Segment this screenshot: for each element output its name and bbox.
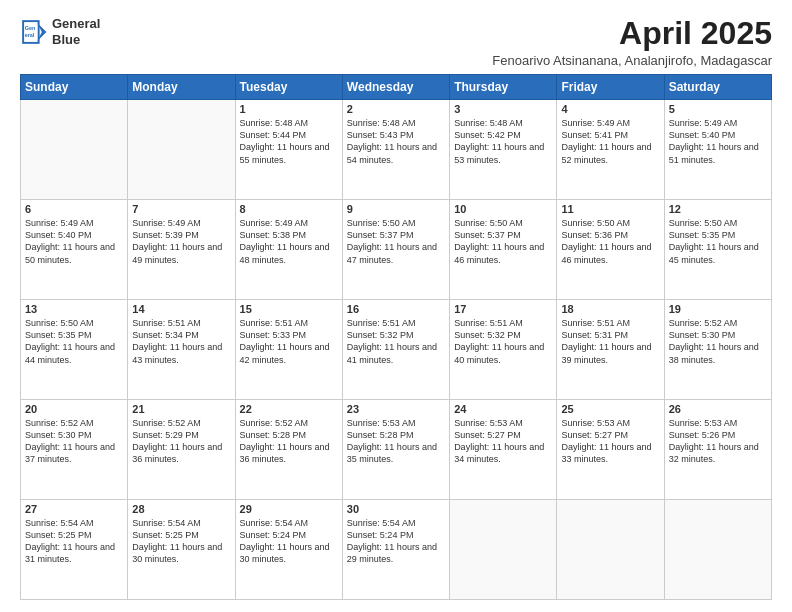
day-info: Sunrise: 5:52 AM Sunset: 5:28 PM Dayligh… — [240, 417, 338, 466]
calendar-header-row: SundayMondayTuesdayWednesdayThursdayFrid… — [21, 75, 772, 100]
day-number: 15 — [240, 303, 338, 315]
day-number: 11 — [561, 203, 659, 215]
logo: Gen eral General Blue — [20, 16, 100, 47]
calendar-cell: 29Sunrise: 5:54 AM Sunset: 5:24 PM Dayli… — [235, 500, 342, 600]
calendar-cell: 16Sunrise: 5:51 AM Sunset: 5:32 PM Dayli… — [342, 300, 449, 400]
day-info: Sunrise: 5:49 AM Sunset: 5:38 PM Dayligh… — [240, 217, 338, 266]
day-info: Sunrise: 5:49 AM Sunset: 5:40 PM Dayligh… — [25, 217, 123, 266]
calendar-cell: 20Sunrise: 5:52 AM Sunset: 5:30 PM Dayli… — [21, 400, 128, 500]
calendar-cell: 23Sunrise: 5:53 AM Sunset: 5:28 PM Dayli… — [342, 400, 449, 500]
day-number: 7 — [132, 203, 230, 215]
calendar-cell: 24Sunrise: 5:53 AM Sunset: 5:27 PM Dayli… — [450, 400, 557, 500]
calendar-cell — [664, 500, 771, 600]
day-header-tuesday: Tuesday — [235, 75, 342, 100]
header: Gen eral General Blue April 2025 Fenoari… — [20, 16, 772, 68]
day-info: Sunrise: 5:51 AM Sunset: 5:31 PM Dayligh… — [561, 317, 659, 366]
calendar-cell: 30Sunrise: 5:54 AM Sunset: 5:24 PM Dayli… — [342, 500, 449, 600]
day-info: Sunrise: 5:51 AM Sunset: 5:33 PM Dayligh… — [240, 317, 338, 366]
calendar-cell: 22Sunrise: 5:52 AM Sunset: 5:28 PM Dayli… — [235, 400, 342, 500]
calendar-cell: 9Sunrise: 5:50 AM Sunset: 5:37 PM Daylig… — [342, 200, 449, 300]
logo-line2: Blue — [52, 32, 100, 48]
calendar-week-1: 1Sunrise: 5:48 AM Sunset: 5:44 PM Daylig… — [21, 100, 772, 200]
calendar-cell — [128, 100, 235, 200]
day-header-sunday: Sunday — [21, 75, 128, 100]
day-number: 8 — [240, 203, 338, 215]
day-header-monday: Monday — [128, 75, 235, 100]
day-info: Sunrise: 5:48 AM Sunset: 5:42 PM Dayligh… — [454, 117, 552, 166]
calendar-week-4: 20Sunrise: 5:52 AM Sunset: 5:30 PM Dayli… — [21, 400, 772, 500]
calendar-cell — [450, 500, 557, 600]
calendar-body: 1Sunrise: 5:48 AM Sunset: 5:44 PM Daylig… — [21, 100, 772, 600]
month-title: April 2025 — [492, 16, 772, 51]
day-number: 21 — [132, 403, 230, 415]
day-number: 27 — [25, 503, 123, 515]
calendar-cell: 27Sunrise: 5:54 AM Sunset: 5:25 PM Dayli… — [21, 500, 128, 600]
day-number: 9 — [347, 203, 445, 215]
svg-text:eral: eral — [25, 32, 35, 38]
day-info: Sunrise: 5:50 AM Sunset: 5:36 PM Dayligh… — [561, 217, 659, 266]
day-number: 20 — [25, 403, 123, 415]
calendar-table: SundayMondayTuesdayWednesdayThursdayFrid… — [20, 74, 772, 600]
calendar-week-2: 6Sunrise: 5:49 AM Sunset: 5:40 PM Daylig… — [21, 200, 772, 300]
calendar-week-5: 27Sunrise: 5:54 AM Sunset: 5:25 PM Dayli… — [21, 500, 772, 600]
logo-text: General Blue — [52, 16, 100, 47]
day-number: 25 — [561, 403, 659, 415]
calendar-cell: 18Sunrise: 5:51 AM Sunset: 5:31 PM Dayli… — [557, 300, 664, 400]
day-info: Sunrise: 5:51 AM Sunset: 5:34 PM Dayligh… — [132, 317, 230, 366]
calendar-cell: 7Sunrise: 5:49 AM Sunset: 5:39 PM Daylig… — [128, 200, 235, 300]
day-info: Sunrise: 5:54 AM Sunset: 5:24 PM Dayligh… — [347, 517, 445, 566]
day-info: Sunrise: 5:52 AM Sunset: 5:30 PM Dayligh… — [669, 317, 767, 366]
day-info: Sunrise: 5:54 AM Sunset: 5:25 PM Dayligh… — [132, 517, 230, 566]
location-subtitle: Fenoarivo Atsinanana, Analanjirofo, Mada… — [492, 53, 772, 68]
svg-text:Gen: Gen — [25, 25, 36, 31]
day-info: Sunrise: 5:51 AM Sunset: 5:32 PM Dayligh… — [347, 317, 445, 366]
day-number: 6 — [25, 203, 123, 215]
day-info: Sunrise: 5:48 AM Sunset: 5:43 PM Dayligh… — [347, 117, 445, 166]
day-info: Sunrise: 5:50 AM Sunset: 5:35 PM Dayligh… — [669, 217, 767, 266]
calendar-cell: 28Sunrise: 5:54 AM Sunset: 5:25 PM Dayli… — [128, 500, 235, 600]
day-info: Sunrise: 5:50 AM Sunset: 5:35 PM Dayligh… — [25, 317, 123, 366]
day-info: Sunrise: 5:53 AM Sunset: 5:26 PM Dayligh… — [669, 417, 767, 466]
day-number: 1 — [240, 103, 338, 115]
day-info: Sunrise: 5:52 AM Sunset: 5:29 PM Dayligh… — [132, 417, 230, 466]
calendar-week-3: 13Sunrise: 5:50 AM Sunset: 5:35 PM Dayli… — [21, 300, 772, 400]
day-header-thursday: Thursday — [450, 75, 557, 100]
day-number: 30 — [347, 503, 445, 515]
page: Gen eral General Blue April 2025 Fenoari… — [0, 0, 792, 612]
calendar-cell: 19Sunrise: 5:52 AM Sunset: 5:30 PM Dayli… — [664, 300, 771, 400]
day-info: Sunrise: 5:53 AM Sunset: 5:27 PM Dayligh… — [454, 417, 552, 466]
day-number: 4 — [561, 103, 659, 115]
day-header-wednesday: Wednesday — [342, 75, 449, 100]
day-info: Sunrise: 5:54 AM Sunset: 5:25 PM Dayligh… — [25, 517, 123, 566]
day-header-friday: Friday — [557, 75, 664, 100]
day-info: Sunrise: 5:50 AM Sunset: 5:37 PM Dayligh… — [454, 217, 552, 266]
day-number: 19 — [669, 303, 767, 315]
calendar-cell: 5Sunrise: 5:49 AM Sunset: 5:40 PM Daylig… — [664, 100, 771, 200]
day-number: 17 — [454, 303, 552, 315]
day-number: 14 — [132, 303, 230, 315]
calendar-cell: 4Sunrise: 5:49 AM Sunset: 5:41 PM Daylig… — [557, 100, 664, 200]
calendar-cell: 25Sunrise: 5:53 AM Sunset: 5:27 PM Dayli… — [557, 400, 664, 500]
day-info: Sunrise: 5:53 AM Sunset: 5:27 PM Dayligh… — [561, 417, 659, 466]
calendar-cell: 12Sunrise: 5:50 AM Sunset: 5:35 PM Dayli… — [664, 200, 771, 300]
day-info: Sunrise: 5:54 AM Sunset: 5:24 PM Dayligh… — [240, 517, 338, 566]
day-number: 3 — [454, 103, 552, 115]
logo-icon: Gen eral — [20, 18, 48, 46]
day-info: Sunrise: 5:53 AM Sunset: 5:28 PM Dayligh… — [347, 417, 445, 466]
day-number: 28 — [132, 503, 230, 515]
day-number: 16 — [347, 303, 445, 315]
day-number: 2 — [347, 103, 445, 115]
day-info: Sunrise: 5:52 AM Sunset: 5:30 PM Dayligh… — [25, 417, 123, 466]
calendar-cell: 15Sunrise: 5:51 AM Sunset: 5:33 PM Dayli… — [235, 300, 342, 400]
calendar-cell: 11Sunrise: 5:50 AM Sunset: 5:36 PM Dayli… — [557, 200, 664, 300]
day-number: 10 — [454, 203, 552, 215]
calendar-cell: 17Sunrise: 5:51 AM Sunset: 5:32 PM Dayli… — [450, 300, 557, 400]
day-number: 22 — [240, 403, 338, 415]
logo-line1: General — [52, 16, 100, 32]
day-header-saturday: Saturday — [664, 75, 771, 100]
calendar-cell: 6Sunrise: 5:49 AM Sunset: 5:40 PM Daylig… — [21, 200, 128, 300]
calendar-cell: 21Sunrise: 5:52 AM Sunset: 5:29 PM Dayli… — [128, 400, 235, 500]
calendar-cell: 14Sunrise: 5:51 AM Sunset: 5:34 PM Dayli… — [128, 300, 235, 400]
calendar-cell: 10Sunrise: 5:50 AM Sunset: 5:37 PM Dayli… — [450, 200, 557, 300]
day-number: 23 — [347, 403, 445, 415]
